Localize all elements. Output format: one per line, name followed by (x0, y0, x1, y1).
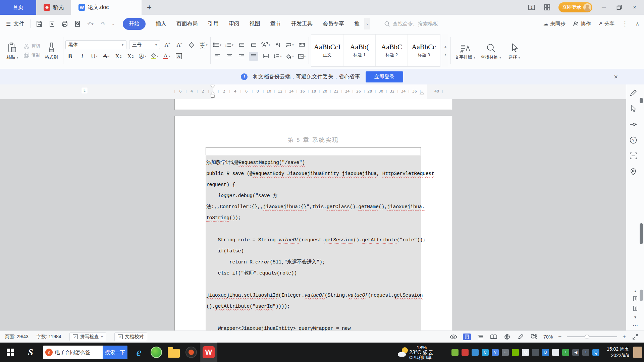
underline-icon[interactable]: U▾ (90, 52, 99, 61)
shading-icon[interactable]: ▾ (285, 52, 294, 61)
display-tray-icon[interactable] (532, 349, 539, 356)
horizontal-ruler[interactable]: 6422468101214161820222426283032343640|||… (0, 84, 626, 99)
taskbar-app-browser[interactable] (148, 343, 165, 362)
word-count[interactable]: 字数: 11984 (37, 334, 61, 340)
tab-home[interactable]: 首页 (0, 0, 36, 15)
first-line-indent-marker[interactable] (211, 85, 215, 88)
strikethrough-icon[interactable]: A▾ (102, 52, 111, 61)
zoom-slider-knob[interactable] (585, 335, 589, 339)
usb-blue-tray-icon[interactable] (472, 349, 479, 356)
decrease-font-icon[interactable]: A− (175, 41, 184, 49)
save-icon[interactable] (35, 20, 43, 28)
borders-icon[interactable]: ▾ (297, 52, 307, 61)
collapse-ribbon-icon[interactable]: ∧ (636, 21, 639, 27)
taskbar-app-explorer[interactable] (165, 343, 182, 362)
ribbon-tab-插入[interactable]: 插入 (156, 20, 166, 27)
qat-more-icon[interactable]: ⌄ (112, 22, 114, 26)
char-border-icon[interactable]: A (174, 52, 183, 61)
start-button[interactable] (0, 343, 21, 362)
text-direction-icon[interactable] (273, 41, 282, 49)
select-cursor-icon[interactable] (628, 104, 638, 114)
spellcheck-button[interactable]: ✓ 拼写检查 ▾ (69, 333, 106, 341)
style-标题 1[interactable]: AaBb(标题 1 (343, 35, 376, 66)
bold-icon[interactable]: B (65, 52, 75, 61)
minimize-icon[interactable]: ─ (600, 3, 608, 11)
more-menu-icon[interactable]: ⋮ (622, 20, 628, 27)
circle-char-icon[interactable]: Ⓐ▾ (138, 52, 147, 61)
location-pin-icon[interactable] (628, 167, 638, 177)
print-preview-icon[interactable] (73, 20, 82, 28)
tray-widget[interactable] (633, 347, 642, 358)
align-right-icon[interactable] (237, 52, 246, 61)
tab-document[interactable]: W 论文.doc (71, 0, 142, 15)
ink-pen-icon[interactable] (517, 334, 525, 340)
security-red-tray-icon[interactable] (462, 349, 469, 356)
text-layout-button[interactable]: 文字排版▾ (453, 34, 477, 67)
share-button[interactable]: ↗分享 (598, 21, 614, 27)
ribbon-tab-开始[interactable]: 开始 (123, 18, 146, 30)
weather-widget[interactable]: 18% 23°C 多云 CPU利用率 (398, 343, 448, 362)
decrease-indent-icon[interactable] (237, 41, 246, 49)
font-size-select[interactable]: 三号▾ (129, 40, 160, 49)
justify-icon[interactable] (249, 52, 258, 61)
scrollbar-thumb[interactable] (640, 223, 643, 244)
ribbon-tab-开发工具[interactable]: 开发工具 (291, 20, 313, 27)
fullscreen-icon[interactable] (631, 334, 639, 340)
ribbon-tab-章节[interactable]: 章节 (270, 20, 281, 27)
taskbar-app-wps[interactable]: W (200, 343, 217, 362)
style-标题 2[interactable]: AaBbC标题 2 (376, 35, 408, 66)
cut-button[interactable]: 剪切 (23, 43, 40, 49)
subscript-icon[interactable]: X2 (126, 52, 135, 61)
format-painter-button[interactable]: 格式刷 (42, 34, 61, 67)
bluetooth-tray-icon[interactable]: B (542, 349, 549, 356)
zoom-out-icon[interactable]: − (558, 334, 561, 340)
zoom-slider[interactable] (567, 336, 617, 337)
command-search[interactable]: 查找命令、搜索模板 (384, 21, 438, 27)
restore-icon[interactable] (615, 3, 623, 11)
tab-docer[interactable]: ❖ 稻壳 (36, 0, 71, 15)
left-indent-marker[interactable] (211, 95, 215, 98)
copy-button[interactable]: 复制 (23, 52, 40, 58)
volume-tray-icon[interactable]: ◀ (572, 349, 579, 356)
sync-tray-icon[interactable]: C (482, 349, 489, 356)
ribbon-tab-视图[interactable]: 视图 (250, 20, 260, 27)
zoom-level[interactable]: 70% (543, 334, 553, 340)
align-left-icon[interactable] (213, 52, 222, 61)
hanging-indent-marker[interactable] (211, 92, 215, 95)
numbered-list-icon[interactable]: 123▾ (225, 41, 234, 49)
qq-tray-icon[interactable]: Q (522, 349, 529, 356)
document-page[interactable]: 第 5 章 系统实现 添加教学计划@RequestMapping("/save"… (174, 116, 452, 330)
help-icon[interactable]: ? (628, 135, 638, 145)
styles-gallery-arrows[interactable]: ▲▼ (442, 34, 448, 67)
taskbar-app-sogou[interactable]: S (21, 343, 40, 362)
page-view-icon[interactable] (463, 334, 471, 340)
nvidia-tray-icon[interactable] (512, 349, 519, 356)
crosshair-tray-icon[interactable]: + (582, 349, 589, 356)
char-scale-icon[interactable]: ▾ (261, 41, 270, 49)
ribbon-tab-引用[interactable]: 引用 (208, 20, 219, 27)
next-page-icon[interactable] (633, 306, 638, 312)
eye-protect-icon[interactable] (449, 334, 458, 340)
redo-icon[interactable]: ↷ (99, 20, 107, 28)
adjust-slider-icon[interactable] (628, 119, 638, 129)
taskbar-clock[interactable]: 15:02 周五 2022/9/9 (607, 346, 629, 359)
workspace-grid-icon[interactable] (543, 3, 551, 11)
login-button[interactable]: 立即登录 (558, 2, 592, 12)
battery-tray-icon[interactable] (451, 349, 459, 356)
italic-icon[interactable]: I (77, 52, 87, 61)
style-标题 3[interactable]: AaBbCc标题 3 (408, 35, 440, 66)
font-color-icon[interactable]: A▾ (162, 52, 171, 61)
shield-tray-icon[interactable]: V (492, 349, 499, 356)
ocr-scan-icon[interactable] (628, 151, 638, 161)
highlight-color-icon[interactable]: ▾ (150, 52, 159, 61)
outline-view-icon[interactable] (476, 334, 484, 340)
taskbar-search-button[interactable]: 搜索一下 (103, 346, 127, 359)
align-center-icon[interactable] (225, 52, 234, 61)
ribbon-tabs-scroll-icon[interactable]: › (364, 18, 370, 29)
taskbar-app-ie[interactable]: e (130, 343, 148, 362)
increase-indent-icon[interactable] (249, 41, 258, 49)
ribbon-tab-审阅[interactable]: 审阅 (229, 20, 239, 27)
ribbon-tab-页面布局[interactable]: 页面布局 (176, 20, 198, 27)
fit-page-icon[interactable] (530, 334, 538, 340)
proofread-button[interactable]: × 文档校对 (114, 333, 147, 341)
